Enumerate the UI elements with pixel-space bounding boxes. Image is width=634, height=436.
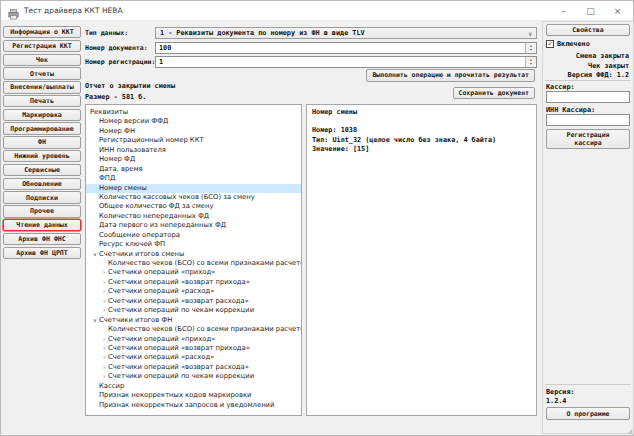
tree-item[interactable]: Количество чеков (БСО) со всеми признака… [86, 325, 301, 334]
execute-button[interactable]: Выполнить операцию и прочитать результат [366, 69, 535, 82]
sidebar-button[interactable]: Архив ФН ЦРПТ [3, 247, 81, 259]
tree-item[interactable]: Регистрационный номер ККТ [86, 136, 301, 145]
tree-expand-icon[interactable]: › [100, 353, 108, 362]
tree-item[interactable]: ›Счетчики операций «возврат расхода» [86, 363, 301, 372]
minimize-icon[interactable]: – [550, 1, 577, 21]
tree-item[interactable]: ›Счетчики операций «возврат расхода» [86, 297, 301, 306]
tree-expand-icon[interactable]: ∨ [91, 250, 99, 259]
doc-number-spinner[interactable]: ▴▾ [525, 43, 536, 53]
doc-number-input[interactable] [156, 43, 525, 53]
sidebar-button[interactable]: Сервисные [3, 164, 81, 176]
tree-item-label: Реквизиты [90, 108, 128, 116]
sidebar-button[interactable]: Обновление [3, 178, 81, 190]
close-icon[interactable]: × [604, 1, 631, 21]
tree-item[interactable]: Сообщение оператора [86, 231, 301, 240]
sidebar-button[interactable]: ФН [3, 136, 81, 148]
tree-item-label: Счетчики итогов ФН [99, 316, 172, 324]
tree-item[interactable]: Дата первого из непереданных ФД [86, 221, 301, 230]
tree-item-label: Ресурс ключей ФП [99, 240, 165, 248]
tree-item-label: Счетчики операций «приход» [108, 335, 215, 343]
sidebar-button[interactable]: Внесения/выплаты [3, 81, 81, 93]
sidebar-button[interactable]: Нижний уровень [3, 150, 81, 162]
sidebar-button[interactable]: Подписки [3, 191, 81, 203]
tree-item[interactable]: ∨Счетчики итогов смены [86, 250, 301, 259]
cashier-inn-label: ИНН Кассира: [546, 106, 595, 114]
tree-item-label: Количество непереданных ФД [99, 212, 209, 220]
tree-item[interactable]: ИНН пользователя [86, 146, 301, 155]
tree-item[interactable]: ›Счетчики операций «возврат прихода» [86, 278, 301, 287]
tree-item[interactable]: Номер ФД [86, 155, 301, 164]
tree-item[interactable]: ∨Счетчики итогов ФН [86, 316, 301, 325]
tree-item[interactable]: Кассир [86, 382, 301, 391]
cashier-label: Кассир: [546, 83, 575, 91]
tree-expand-icon[interactable]: › [100, 306, 108, 315]
tree-item[interactable]: ›Счетчики операций по чекам коррекции [86, 306, 301, 315]
tree-item[interactable]: Номер смены [86, 184, 301, 193]
version-label: Версия: [546, 388, 575, 396]
enabled-checkbox[interactable]: ✓ [546, 40, 554, 48]
tree-item[interactable]: ФПД [86, 174, 301, 183]
sidebar-button[interactable]: Информация о ККТ [3, 26, 81, 38]
tree-item[interactable]: ›Счетчики операций по чекам коррекции [86, 372, 301, 381]
spin-down-icon[interactable]: ▾ [530, 62, 533, 66]
tree-item-label: Номер ФН [99, 127, 135, 135]
sidebar-button[interactable]: Маркировка [3, 109, 81, 121]
tree-item[interactable]: ›Счетчики операций «возврат прихода» [86, 344, 301, 353]
tree-item[interactable]: Признак некорректных запросов и уведомле… [86, 401, 301, 410]
tree-expand-icon[interactable]: › [100, 363, 108, 372]
tree-item-label: Количество чеков (БСО) со всеми признака… [108, 259, 302, 267]
tree-item[interactable]: ›Счетчики операций «приход» [86, 268, 301, 277]
tree-item-label: Количество чеков (БСО) со всеми признака… [108, 325, 302, 333]
tree-item[interactable]: ›Счетчики операций «приход» [86, 335, 301, 344]
tree-expand-icon[interactable]: › [100, 372, 108, 381]
cashier-input[interactable] [546, 91, 630, 103]
sidebar-button[interactable]: Программирование [3, 122, 81, 134]
status-line: Смена закрыта [568, 52, 629, 62]
spin-down-icon[interactable]: ▾ [530, 48, 533, 52]
data-type-select[interactable]: 1 - Реквизиты документа по номеру из ФН … [155, 27, 537, 39]
resize-grip-icon[interactable]: ◢ [627, 427, 632, 434]
reg-number-spinner[interactable]: ▴▾ [525, 57, 536, 67]
tree-expand-icon[interactable]: ∨ [91, 316, 99, 325]
data-type-label: Тип данных: [85, 29, 128, 37]
about-button[interactable]: О программе [546, 407, 630, 420]
properties-button[interactable]: Свойства [546, 24, 630, 36]
sidebar-button[interactable]: Регистрация ККТ [3, 40, 81, 52]
tree-expand-icon[interactable]: › [100, 297, 108, 306]
maximize-icon[interactable]: □ [577, 1, 604, 21]
tree-item[interactable]: Дата, время [86, 165, 301, 174]
tree-item[interactable]: Количество чеков (БСО) со всеми признака… [86, 259, 301, 268]
sidebar-button[interactable]: Печать [3, 95, 81, 107]
tree-expand-icon[interactable]: › [100, 287, 108, 296]
attributes-tree[interactable]: Реквизиты Номер версии ФФД Номер ФН Реги… [85, 104, 302, 416]
tree-item[interactable]: Количество кассовых чеков (БСО) за смену [86, 193, 301, 202]
reg-number-field: ▴▾ [155, 56, 537, 68]
tree-item-label: Количество кассовых чеков (БСО) за смену [99, 193, 255, 201]
sidebar-button[interactable]: Чтение данных [3, 219, 81, 231]
tree-item[interactable]: Общее количество ФД за смену [86, 202, 301, 211]
tree-item[interactable]: Количество непереданных ФД [86, 212, 301, 221]
tree-item-label: Счетчики операций «расход» [108, 287, 214, 295]
sidebar-button[interactable]: Архив ФН ФНС [3, 233, 81, 245]
tree-item-label: Счетчики операций «возврат прихода» [108, 344, 250, 352]
sidebar-button[interactable]: Чек [3, 54, 81, 66]
register-cashier-button[interactable]: Регистрация кассира [546, 129, 630, 149]
tree-item[interactable]: Признак некорректных кодов маркировки [86, 391, 301, 400]
tree-expand-icon[interactable]: › [100, 278, 108, 287]
tree-item[interactable]: Реквизиты [86, 108, 301, 117]
tree-item-label: Счетчики операций «расход» [108, 353, 214, 361]
sidebar-button[interactable]: Отчеты [3, 67, 81, 79]
tree-expand-icon[interactable]: › [100, 335, 108, 344]
tree-item[interactable]: Ресурс ключей ФП [86, 240, 301, 249]
status-line: Чек закрыт [568, 62, 629, 72]
tree-item[interactable]: Номер версии ФФД [86, 117, 301, 126]
tree-item[interactable]: Номер ФН [86, 127, 301, 136]
tree-expand-icon[interactable]: › [100, 268, 108, 277]
tree-item[interactable]: ›Счетчики операций «расход» [86, 353, 301, 362]
tree-expand-icon[interactable]: › [100, 344, 108, 353]
sidebar-button[interactable]: Прочее [3, 205, 81, 217]
save-document-button[interactable]: Сохранить документ [453, 87, 535, 99]
tree-item[interactable]: ›Счетчики операций «расход» [86, 287, 301, 296]
reg-number-input[interactable] [156, 57, 525, 67]
cashier-inn-input[interactable] [546, 114, 630, 126]
